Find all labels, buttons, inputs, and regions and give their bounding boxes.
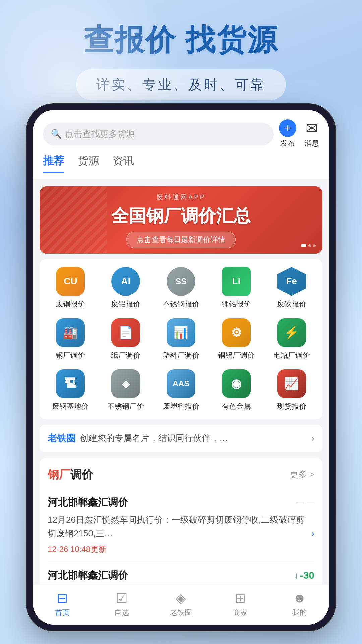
section-more[interactable]: 更多 > — [290, 469, 314, 480]
banner-small-title: 废料通网APP — [111, 193, 251, 202]
message-btn[interactable]: ✉ 消息 — [304, 120, 319, 148]
dot-2 — [308, 244, 311, 247]
section-header: 钢厂调价 更多 > — [48, 467, 314, 482]
banner-dots — [301, 244, 316, 247]
icon-plastic: 📊 — [167, 318, 195, 347]
icon-label-spot: 现货报价 — [277, 401, 306, 411]
icon-item-nonferrous[interactable]: ◉ 有色金属 — [208, 369, 264, 411]
icon-base: 🏗 — [56, 369, 85, 398]
icon-label-copper-factory: 铜铝厂调价 — [218, 351, 255, 360]
icon-item-plastic[interactable]: 📊 塑料厂调价 — [154, 318, 209, 360]
icon-nonferrous: ◉ — [222, 369, 251, 398]
price-dash: — — — [296, 498, 314, 507]
icon-label-plastic: 塑料厂调价 — [163, 351, 199, 360]
phone-screen: 🔍 点击查找更多货源 + 发布 ✉ 消息 推荐 货源 资讯 — [33, 110, 329, 625]
nav-profile[interactable]: ☻ 我的 — [270, 590, 329, 618]
phone-frame: 🔍 点击查找更多货源 + 发布 ✉ 消息 推荐 货源 资讯 — [27, 104, 335, 631]
layers-icon: ◈ — [176, 590, 186, 606]
nav-home[interactable]: ⊟ 首页 — [33, 590, 92, 618]
icon-label-fe: 废铁报价 — [277, 299, 306, 309]
banner-big-title: 全国钢厂调价汇总 — [111, 204, 251, 228]
promo-left: 老铁圈 创建您的专属名片，结识同行伙伴，… — [48, 432, 228, 445]
icon-label-ss: 不锈钢报价 — [163, 299, 199, 309]
nav-merchant[interactable]: ⊞ 商家 — [210, 590, 270, 618]
section-title: 钢厂调价 — [48, 467, 93, 482]
banner[interactable]: 废料通网APP 全国钢厂调价汇总 点击查看每日最新调价详情 — [40, 186, 322, 254]
nav-circle-label: 老铁圈 — [170, 608, 192, 618]
nav-merchant-label: 商家 — [233, 608, 248, 618]
nav-favorites-label: 自选 — [114, 608, 129, 618]
nav-profile-label: 我的 — [292, 607, 307, 618]
icon-fe: Fe — [277, 267, 306, 296]
icon-label-al: 废铝报价 — [111, 299, 140, 309]
icon-battery: ⚡ — [277, 318, 306, 347]
publish-btn[interactable]: + 发布 — [279, 119, 296, 148]
banner-pattern — [40, 186, 107, 254]
bottom-nav: ⊟ 首页 ☑ 自选 ◈ 老铁圈 ⊞ 商家 ☻ 我的 — [33, 585, 329, 625]
icon-item-al[interactable]: Al 废铝报价 — [98, 267, 154, 309]
tab-recommend[interactable]: 推荐 — [43, 154, 64, 173]
icon-item-copper-factory[interactable]: ⚙ 铜铝厂调价 — [208, 318, 264, 360]
search-icon: 🔍 — [51, 129, 62, 139]
person-icon: ☻ — [293, 590, 307, 605]
icon-label-paper: 纸厂调价 — [111, 351, 140, 360]
icon-copper-factory: ⚙ — [222, 318, 251, 347]
icon-label-steel: 钢厂调价 — [56, 351, 85, 360]
icon-label-stainless: 不锈钢厂价 — [107, 401, 144, 411]
price-item-1-row2: 12月26日鑫汇悦然车间执行价：一级破碎剪切废钢停收,二级破碎剪切废钢2150,… — [48, 513, 314, 555]
tab-supply[interactable]: 货源 — [78, 154, 99, 173]
top-actions: + 发布 ✉ 消息 — [279, 119, 319, 148]
top-bar: 🔍 点击查找更多货源 + 发布 ✉ 消息 — [33, 110, 329, 154]
icon-item-battery[interactable]: ⚡ 电瓶厂调价 — [264, 318, 319, 360]
icon-item-spot[interactable]: 📈 现货报价 — [264, 369, 319, 411]
price-item-1-content: 12月26日鑫汇悦然车间执行价：一级破碎剪切废钢停收,二级破碎剪切废钢2150,… — [48, 513, 311, 555]
banner-content: 废料通网APP 全国钢厂调价汇总 点击查看每日最新调价详情 — [111, 193, 251, 248]
price-change: ↓-30 — [294, 570, 314, 581]
icon-waste-plastic: AAS — [167, 369, 195, 398]
nav-circle[interactable]: ◈ 老铁圈 — [152, 590, 211, 618]
price-item-1-time: 12-26 10:48更新 — [48, 544, 311, 555]
icon-item-cu[interactable]: CU 废铜报价 — [43, 267, 98, 309]
dot-1 — [301, 244, 306, 247]
nav-tabs: 推荐 货源 资讯 — [33, 154, 329, 180]
page-subtitle: 详实、专业、及时、可靠 — [76, 69, 286, 100]
tab-news[interactable]: 资讯 — [113, 154, 134, 173]
search-box[interactable]: 🔍 点击查找更多货源 — [43, 123, 274, 145]
price-item-1-arrow: › — [311, 528, 314, 539]
promo-text: 创建您的专属名片，结识同行伙伴，… — [80, 432, 228, 444]
bookmark-icon: ☑ — [116, 590, 128, 606]
icon-label-cu: 废铜报价 — [56, 299, 85, 309]
icon-item-fe[interactable]: Fe 废铁报价 — [264, 267, 319, 309]
icon-item-steel[interactable]: 🏭 钢厂调价 — [43, 318, 98, 360]
icon-item-waste-plastic[interactable]: AAS 废塑料报价 — [154, 369, 209, 411]
scroll-content: 废料通网APP 全国钢厂调价汇总 点击查看每日最新调价详情 CU 废铜报价 — [33, 180, 329, 585]
search-placeholder-text: 点击查找更多货源 — [65, 128, 135, 140]
icon-label-waste-plastic: 废塑料报价 — [163, 401, 199, 411]
price-item-1[interactable]: 河北邯郸鑫汇调价 — — 12月26日鑫汇悦然车间执行价：一级破碎剪切废钢停收,… — [48, 489, 314, 562]
dot-3 — [313, 244, 316, 247]
promo-bar[interactable]: 老铁圈 创建您的专属名片，结识同行伙伴，… › — [40, 425, 322, 452]
icon-item-paper[interactable]: 📄 纸厂调价 — [98, 318, 154, 360]
page-title: 查报价 找货源 — [0, 0, 362, 60]
home-icon: ⊟ — [57, 590, 68, 606]
nav-home-label: 首页 — [55, 608, 70, 618]
icon-item-base[interactable]: 🏗 废钢基地价 — [43, 369, 98, 411]
message-icon: ✉ — [306, 120, 318, 137]
store-icon: ⊞ — [235, 590, 246, 606]
icon-item-ss[interactable]: SS 不锈钢报价 — [154, 267, 209, 309]
price-item-1-title: 河北邯郸鑫汇调价 — — — [48, 496, 314, 509]
icon-item-stainless[interactable]: ◈ 不锈钢厂价 — [98, 369, 154, 411]
icon-grid: CU 废铜报价 Al 废铝报价 SS 不锈钢报价 Li 锂铅报价 Fe 废铁 — [40, 259, 322, 419]
icon-stainless: ◈ — [111, 369, 140, 398]
nav-favorites[interactable]: ☑ 自选 — [92, 590, 152, 618]
icon-spot: 📈 — [277, 369, 306, 398]
icon-label-nonferrous: 有色金属 — [222, 401, 251, 411]
banner-cta[interactable]: 点击查看每日最新调价详情 — [126, 232, 236, 248]
promo-arrow-icon: › — [311, 433, 314, 444]
icon-label-battery: 电瓶厂调价 — [273, 351, 310, 360]
icon-label-li: 锂铅报价 — [222, 299, 251, 309]
icon-ss: SS — [167, 267, 195, 296]
icon-item-li[interactable]: Li 锂铅报价 — [208, 267, 264, 309]
price-item-2[interactable]: 河北邯郸鑫汇调价 ↓-30 — [48, 562, 314, 585]
price-section: 钢厂调价 更多 > 河北邯郸鑫汇调价 — — 12月26日鑫汇悦然车间执行价：一… — [40, 458, 322, 585]
